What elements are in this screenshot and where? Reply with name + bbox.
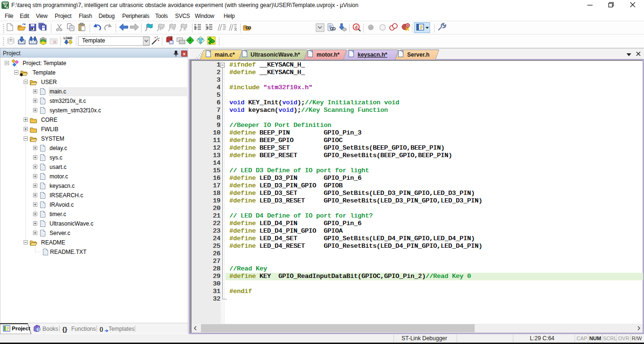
svg-text:✱: ✱ <box>19 72 23 77</box>
svg-text:LOAD: LOAD <box>64 36 73 40</box>
svg-text:s: s <box>6 5 8 9</box>
svg-text:?: ? <box>37 327 39 332</box>
svg-text:{}: {} <box>62 326 67 333</box>
svg-text:d: d <box>355 25 358 30</box>
svg-text:(): () <box>100 326 103 332</box>
